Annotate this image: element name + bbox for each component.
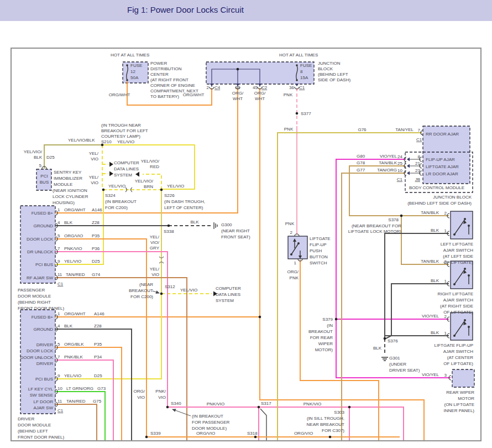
- splice-s317: [258, 406, 260, 409]
- diagram-label: FUSED B+: [32, 211, 54, 216]
- diagram-label: 5: [39, 163, 42, 168]
- diagram-label: 12: [130, 69, 135, 74]
- diagram-label: DOOR LOCK: [27, 348, 54, 353]
- rear-wiper-motor-box: [452, 369, 474, 387]
- diagram-label: S318: [247, 431, 258, 436]
- ajar-switch-icon: [453, 233, 456, 236]
- diagram-label: RR DOOR AJAR: [426, 132, 459, 137]
- diagram-label: AJAR SWITCH: [443, 298, 473, 303]
- splice-s378: [400, 215, 403, 217]
- diagram-label: COMPUTER: [114, 160, 139, 165]
- diagram-label: VIO/YEL: [422, 314, 439, 319]
- diagram-label: S324: [105, 193, 116, 198]
- diagram-label: YEL/VIO/: [24, 149, 43, 154]
- diagram-svg: HOT AT ALL TIMESFUSE1250APOWERDISTRIBUTI…: [0, 0, 492, 448]
- diagram-label: BLK: [431, 330, 439, 335]
- diagram-label: 36: [289, 85, 294, 90]
- diagram-label: (IN BREAKOUT: [105, 199, 137, 204]
- diagram-label: 10: [57, 386, 62, 391]
- diagram-label: 1: [444, 331, 447, 336]
- diagram-label: BUTTON: [310, 254, 328, 259]
- diagram-label: (AT RIGHT SIDE: [440, 304, 473, 309]
- diagram-label: VIO/YEL: [380, 154, 397, 159]
- diagram-label: RF AJAR SW: [27, 275, 53, 280]
- diagram-label: 1: [444, 228, 447, 233]
- diagram-label: 9: [57, 259, 60, 264]
- diagram-label: S226: [164, 193, 175, 198]
- diagram-label: JB: [415, 177, 420, 182]
- diagram-label: 5: [57, 342, 60, 347]
- diagram-label: VIO: [91, 157, 98, 162]
- diagram-label: (AT LEFT SIDE: [443, 254, 473, 259]
- diagram-label: YEL/VIO: [167, 184, 184, 189]
- wiring-diagram-canvas: HOT AT ALL TIMESFUSE1250APOWERDISTRIBUTI…: [0, 0, 492, 448]
- diagram-label: 2: [207, 85, 210, 90]
- fuse-8-icon: [296, 64, 298, 66]
- diagram-label: ORG/WHT: [183, 92, 205, 97]
- diagram-label: YEL/VIO/: [141, 159, 160, 164]
- diagram-label: D25: [46, 155, 55, 160]
- diagram-label: PNK/: [155, 389, 166, 394]
- diagram-label: YEL/VIO/BLK: [68, 138, 95, 143]
- diagram-label: ORG/WHT: [64, 207, 86, 212]
- diagram-label: LT GRN/ORG: [66, 386, 93, 391]
- splice-s379: [335, 318, 338, 321]
- diagram-label: ORG/BLK: [64, 342, 84, 347]
- diagram-label: P34: [94, 355, 102, 360]
- diagram-label: C4: [214, 85, 221, 90]
- diagram-label: RIGHT LIFTGATE: [437, 291, 473, 296]
- diagram-label: POWER: [150, 61, 167, 66]
- diagram-label: TO BATTERY): [150, 94, 179, 99]
- diagram-label: FLIP-UP: [310, 242, 327, 247]
- diagram-label: P35: [94, 342, 102, 347]
- diagram-label: GRY: [150, 246, 160, 251]
- diagram-label: DOOR MODULE: [18, 423, 51, 428]
- diagram-label: ORG/: [287, 269, 299, 274]
- diagram-label: WHT: [233, 96, 243, 101]
- diagram-label: TAN/BLK: [421, 259, 439, 264]
- diagram-label: (NEAR BREAKOUT FOR: [352, 223, 401, 228]
- diagram-label: ORG/: [254, 91, 266, 96]
- diagram-label: 23: [415, 168, 420, 173]
- diagram-label: C1: [57, 408, 64, 413]
- diagram-label: FUSED B+: [32, 315, 54, 320]
- diagram-label: G77: [357, 168, 365, 173]
- diagram-label: DRIVER: [36, 342, 53, 347]
- diagram-label: LOCK CYLINDER: [53, 194, 88, 199]
- diagram-label: JUNCTION: [318, 61, 341, 66]
- diagram-label: DOOR MODULE): [192, 426, 227, 431]
- diagram-label: (IN BREAKOUT: [192, 414, 223, 419]
- diagram-label: 8: [300, 69, 303, 74]
- diagram-label: RED: [150, 164, 159, 169]
- diagram-label: LIFTGATE LOCK MOTOR): [348, 229, 401, 234]
- diagram-label: FRONT DOOR PANEL): [18, 435, 64, 440]
- diagram-label: ORG/WHT: [109, 92, 130, 97]
- diagram-label: LEFT LIFTGATE: [441, 242, 473, 247]
- diagram-label: AJAR SWITCH: [443, 248, 473, 253]
- diagram-label: G80: [357, 154, 365, 159]
- diagram-label: C1: [299, 85, 305, 90]
- diagram-label: LIFTGATE FLIP-UP: [434, 343, 473, 348]
- diagram-label: LEFT OF CENTER): [164, 205, 203, 210]
- diagram-label: PNK/BLK: [64, 355, 83, 360]
- diagram-label: PNK: [285, 221, 295, 226]
- diagram-label: TAN/YEL: [395, 127, 414, 132]
- diagram-label: LIFTGATE AJAR: [426, 164, 459, 169]
- diagram-label: DR UNLOCK: [27, 249, 54, 254]
- diagram-label: S376: [388, 338, 398, 343]
- diagram-label: YEL/VIO: [180, 288, 197, 293]
- splice-s226: [160, 189, 163, 191]
- diagram-label: S312: [165, 284, 175, 289]
- diagram-label: S210: [101, 139, 112, 144]
- diagram-label: C1: [57, 282, 64, 286]
- diagram-label: FOR C200): [130, 294, 153, 299]
- splice-s312: [160, 293, 163, 295]
- diagram-label: 2: [444, 314, 447, 319]
- ajar-switch-icon: [453, 335, 456, 337]
- diagram-label: VIO: [91, 180, 98, 185]
- ajar-switch-icon: [464, 319, 466, 321]
- diagram-label: 25: [397, 161, 402, 166]
- diagram-label: JUNCTION BLOCK: [433, 195, 472, 200]
- diagram-label: ORG/: [134, 389, 145, 394]
- diagram-label: LF DOOR: [33, 399, 53, 404]
